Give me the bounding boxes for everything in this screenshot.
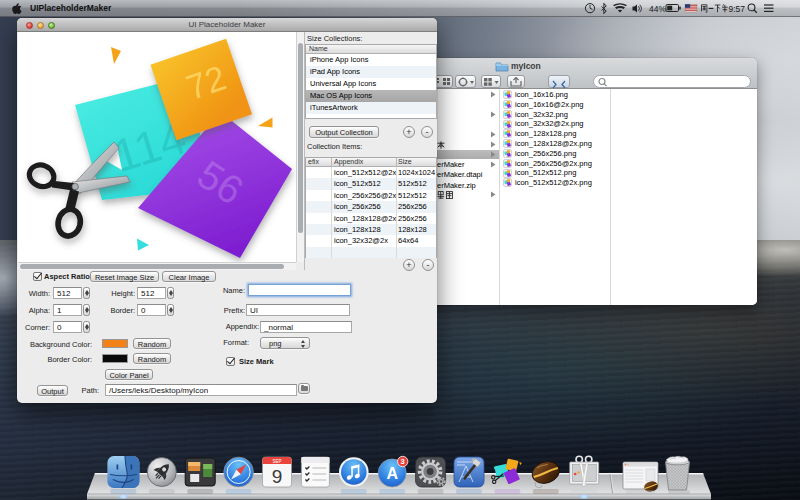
svg-text:44%: 44% — [649, 4, 666, 14]
svg-text:9: 9 — [272, 466, 283, 487]
svg-text:SEP: SEP — [272, 459, 281, 464]
svg-text:A: A — [386, 465, 398, 482]
svg-text:3: 3 — [401, 457, 405, 466]
svg-text:9:57: 9:57 — [729, 4, 746, 14]
